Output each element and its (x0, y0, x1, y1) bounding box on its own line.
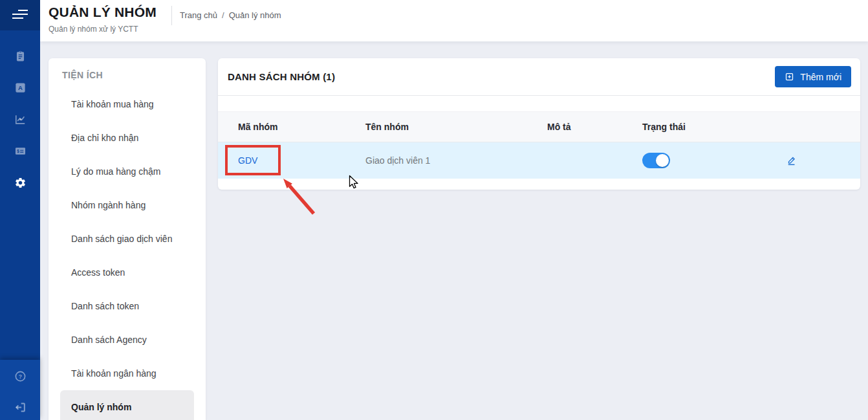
svg-text:$: $ (17, 149, 19, 154)
table-row[interactable]: GDV Giao dịch viên 1 (218, 142, 860, 179)
chart-icon[interactable] (0, 106, 40, 132)
page-title: QUẢN LÝ NHÓM (49, 5, 157, 20)
table-header-row: Mã nhóm Tên nhóm Mô tả Trạng thái (218, 111, 860, 142)
help-icon[interactable]: ? (0, 363, 40, 389)
clipboard-icon[interactable] (0, 43, 40, 69)
utilities-panel-title: TIỆN ÍCH (62, 70, 206, 80)
sidebar-item-danh-sach-giao-dich-vien[interactable]: Danh sách giao dịch viên (60, 222, 194, 256)
font-a-icon[interactable]: A (0, 74, 40, 100)
settings-icon[interactable] (0, 170, 40, 195)
add-new-button-label: Thêm mới (800, 72, 841, 82)
page-subtitle: Quản lý nhóm xử lý YCTT (49, 25, 138, 34)
sidebar-item-access-token[interactable]: Access token (60, 256, 194, 289)
utilities-panel: TIỆN ÍCH Tài khoản mua hàng Địa chỉ kho … (49, 58, 206, 420)
page-header: QUẢN LÝ NHÓM Quản lý nhóm xử lý YCTT Tra… (40, 0, 868, 41)
add-new-button[interactable]: Thêm mới (775, 66, 851, 87)
svg-text:?: ? (18, 373, 21, 379)
group-code-link[interactable]: GDV (238, 155, 257, 166)
icon-sidebar: A $ ? (0, 0, 40, 420)
column-header-name: Tên nhóm (365, 122, 547, 132)
menu-toggle-button[interactable] (0, 0, 40, 30)
sidebar-item-danh-sach-token[interactable]: Danh sách token (60, 289, 194, 323)
breadcrumb-current: Quản lý nhóm (229, 10, 281, 20)
billing-icon[interactable]: $ (0, 138, 40, 164)
group-name-cell: Giao dịch viên 1 (365, 155, 430, 166)
sidebar-item-tai-khoan-mua-hang[interactable]: Tài khoản mua hàng (60, 87, 194, 121)
hamburger-icon (10, 8, 30, 23)
group-list-card: DANH SÁCH NHÓM (1) Thêm mới Mã nhóm Tên … (218, 58, 860, 190)
column-header-code: Mã nhóm (218, 122, 365, 132)
sidebar-footer: ? (0, 360, 40, 420)
sidebar-item-ly-do-mua-hang-cham[interactable]: Lý do mua hàng chậm (60, 155, 194, 188)
sidebar-item-tai-khoan-ngan-hang[interactable]: Tài khoản ngân hàng (60, 357, 194, 390)
column-header-description: Mô tả (547, 122, 642, 132)
column-header-status: Trạng thái (642, 122, 785, 132)
sidebar-item-nhom-nganh-hang[interactable]: Nhóm ngành hàng (60, 188, 194, 222)
breadcrumb-separator: / (222, 10, 224, 20)
svg-text:A: A (18, 84, 23, 91)
plus-box-icon (785, 72, 794, 82)
sidebar-item-dia-chi-kho-nhan[interactable]: Địa chỉ kho nhận (60, 121, 194, 155)
edit-pencil-icon[interactable] (785, 153, 799, 168)
toggle-knob (656, 154, 669, 167)
status-toggle[interactable] (642, 153, 670, 168)
breadcrumb-home-link[interactable]: Trang chủ (180, 10, 217, 20)
breadcrumb: Trang chủ / Quản lý nhóm (180, 10, 281, 20)
logout-icon[interactable] (0, 394, 40, 420)
sidebar-item-danh-sach-agency[interactable]: Danh sách Agency (60, 323, 194, 357)
list-title: DANH SÁCH NHÓM (1) (228, 71, 335, 82)
sidebar-item-quan-ly-nhom[interactable]: Quản lý nhóm (60, 390, 194, 420)
utilities-menu: Tài khoản mua hàng Địa chỉ kho nhận Lý d… (49, 87, 206, 420)
breadcrumb-divider (171, 6, 172, 25)
card-header: DANH SÁCH NHÓM (1) Thêm mới (218, 58, 860, 96)
